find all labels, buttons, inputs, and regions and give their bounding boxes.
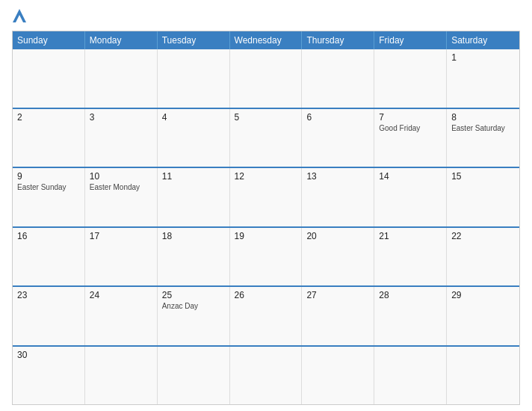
calendar-cell: 8Easter Saturday bbox=[447, 109, 519, 167]
weekday-header: Saturday bbox=[447, 31, 519, 49]
calendar-cell: 3 bbox=[85, 109, 158, 167]
day-number: 8 bbox=[451, 112, 515, 123]
weekday-header: Monday bbox=[85, 31, 158, 49]
calendar-row: 30 bbox=[13, 345, 519, 405]
weekday-header: Sunday bbox=[13, 31, 85, 49]
calendar-cell bbox=[374, 347, 447, 405]
day-number: 14 bbox=[379, 171, 442, 182]
calendar-cell: 2 bbox=[13, 109, 85, 167]
calendar-cell bbox=[158, 347, 230, 405]
calendar-cell: 4 bbox=[158, 109, 230, 167]
day-number: 3 bbox=[90, 112, 152, 123]
calendar-cell: 26 bbox=[230, 287, 303, 345]
calendar-cell: 29 bbox=[447, 287, 519, 345]
day-number: 27 bbox=[306, 290, 369, 300]
day-number: 10 bbox=[90, 171, 152, 182]
weekday-header: Wednesday bbox=[230, 31, 303, 49]
logo-icon bbox=[13, 9, 26, 22]
calendar-cell: 12 bbox=[230, 168, 303, 226]
day-number: 25 bbox=[162, 290, 225, 300]
calendar-cell bbox=[85, 49, 158, 108]
calendar-cell: 30 bbox=[13, 347, 85, 405]
calendar-cell bbox=[158, 49, 230, 108]
day-number: 17 bbox=[90, 231, 152, 241]
calendar-cell: 15 bbox=[447, 168, 519, 226]
calendar-row: 232425Anzac Day26272829 bbox=[13, 285, 519, 345]
day-number: 16 bbox=[17, 231, 80, 241]
day-number: 26 bbox=[235, 290, 297, 300]
day-number: 18 bbox=[162, 231, 225, 241]
calendar-cell: 14 bbox=[374, 168, 447, 226]
day-event: Easter Monday bbox=[90, 183, 152, 192]
day-number: 13 bbox=[306, 171, 369, 182]
calendar-cell: 25Anzac Day bbox=[158, 287, 230, 345]
day-number: 30 bbox=[17, 350, 80, 360]
day-number: 23 bbox=[17, 290, 80, 300]
day-number: 19 bbox=[235, 231, 297, 241]
day-number: 29 bbox=[451, 290, 515, 300]
day-number: 21 bbox=[379, 231, 442, 241]
calendar-cell: 28 bbox=[374, 287, 447, 345]
calendar-row: 16171819202122 bbox=[13, 226, 519, 286]
calendar-cell bbox=[302, 347, 374, 405]
calendar-cell: 20 bbox=[302, 228, 374, 286]
day-number: 22 bbox=[451, 231, 515, 241]
calendar-cell bbox=[85, 347, 158, 405]
day-number: 15 bbox=[451, 171, 515, 182]
calendar-cell: 11 bbox=[158, 168, 230, 226]
calendar: SundayMondayTuesdayWednesdayThursdayFrid… bbox=[12, 31, 520, 405]
header bbox=[12, 9, 520, 23]
calendar-cell: 7Good Friday bbox=[374, 109, 447, 167]
day-number: 24 bbox=[90, 290, 152, 300]
calendar-cell bbox=[374, 49, 447, 108]
calendar-cell: 10Easter Monday bbox=[85, 168, 158, 226]
calendar-cell bbox=[230, 347, 303, 405]
calendar-cell: 21 bbox=[374, 228, 447, 286]
day-event: Easter Sunday bbox=[17, 183, 80, 192]
page: SundayMondayTuesdayWednesdayThursdayFrid… bbox=[0, 0, 532, 411]
day-number: 1 bbox=[451, 52, 515, 63]
day-event: Good Friday bbox=[379, 124, 442, 133]
calendar-header: SundayMondayTuesdayWednesdayThursdayFrid… bbox=[13, 31, 519, 49]
calendar-cell: 9Easter Sunday bbox=[13, 168, 85, 226]
day-number: 11 bbox=[162, 171, 225, 182]
calendar-cell bbox=[13, 49, 85, 108]
day-number: 20 bbox=[306, 231, 369, 241]
calendar-cell bbox=[447, 347, 519, 405]
day-number: 2 bbox=[17, 112, 80, 123]
calendar-row: 1 bbox=[13, 49, 519, 108]
calendar-cell: 22 bbox=[447, 228, 519, 286]
calendar-cell: 13 bbox=[302, 168, 374, 226]
logo bbox=[12, 9, 26, 23]
day-number: 7 bbox=[379, 112, 442, 123]
calendar-cell: 17 bbox=[85, 228, 158, 286]
calendar-cell: 27 bbox=[302, 287, 374, 345]
weekday-header: Tuesday bbox=[158, 31, 230, 49]
calendar-body: 1234567Good Friday8Easter Saturday9Easte… bbox=[13, 49, 519, 404]
calendar-cell: 1 bbox=[447, 49, 519, 108]
day-number: 6 bbox=[306, 112, 369, 123]
day-number: 12 bbox=[235, 171, 297, 182]
calendar-cell: 18 bbox=[158, 228, 230, 286]
day-event: Easter Saturday bbox=[451, 124, 515, 133]
day-number: 9 bbox=[17, 171, 80, 182]
calendar-cell bbox=[230, 49, 303, 108]
day-number: 28 bbox=[379, 290, 442, 300]
day-event: Anzac Day bbox=[162, 302, 225, 311]
calendar-cell: 6 bbox=[302, 109, 374, 167]
day-number: 4 bbox=[162, 112, 225, 123]
calendar-cell bbox=[302, 49, 374, 108]
calendar-row: 234567Good Friday8Easter Saturday bbox=[13, 108, 519, 167]
calendar-cell: 24 bbox=[85, 287, 158, 345]
weekday-header: Friday bbox=[374, 31, 447, 49]
calendar-cell: 23 bbox=[13, 287, 85, 345]
calendar-cell: 19 bbox=[230, 228, 303, 286]
calendar-cell: 16 bbox=[13, 228, 85, 286]
calendar-row: 9Easter Sunday10Easter Monday1112131415 bbox=[13, 167, 519, 226]
weekday-header: Thursday bbox=[302, 31, 374, 49]
calendar-cell: 5 bbox=[230, 109, 303, 167]
day-number: 5 bbox=[235, 112, 297, 123]
